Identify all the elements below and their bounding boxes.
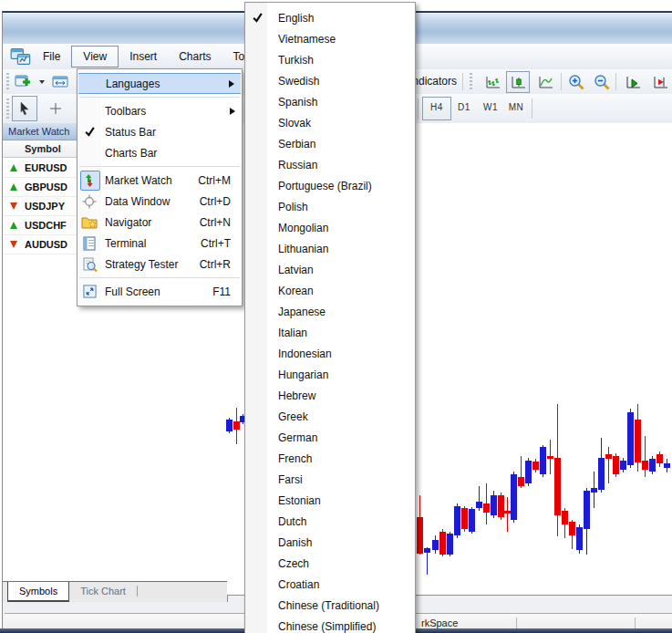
- menu-items: FileViewInsertChartsTools: [32, 46, 270, 67]
- menu-item-label: Languages: [106, 78, 160, 90]
- language-item-korean[interactable]: Korean: [245, 280, 415, 301]
- timeframe-mn[interactable]: MN: [504, 97, 528, 119]
- bars-chart-button[interactable]: [481, 71, 504, 93]
- checkmark-icon: [252, 12, 264, 24]
- language-item-indonesian[interactable]: Indonesian: [245, 343, 415, 364]
- language-item-french[interactable]: French: [245, 448, 415, 469]
- language-item-chinese-simplified[interactable]: Chinese (Simplified): [245, 616, 415, 633]
- menu-item-label: Navigator: [105, 216, 151, 229]
- market-watch-tabs: SymbolsTick Chart: [3, 581, 227, 602]
- language-label: Dutch: [278, 515, 306, 528]
- language-item-farsi[interactable]: Farsi: [245, 469, 415, 490]
- language-item-slovak[interactable]: Slovak: [245, 112, 415, 133]
- menu-item-shortcut: Ctrl+R: [200, 258, 231, 271]
- language-item-turkish[interactable]: Turkish: [245, 49, 415, 70]
- languages-submenu: EnglishVietnameseTurkishSwedishSpanishSl…: [244, 2, 416, 633]
- line-chart-button[interactable]: [533, 71, 557, 93]
- language-item-polish[interactable]: Polish: [245, 196, 415, 217]
- terminal-icon: [80, 234, 98, 253]
- language-item-german[interactable]: German: [245, 427, 415, 448]
- language-label: Farsi: [278, 473, 303, 486]
- new-chart-button[interactable]: [12, 71, 36, 93]
- language-item-english[interactable]: English: [245, 7, 415, 28]
- menu-item-data-window[interactable]: Data WindowCtrl+D: [78, 191, 242, 212]
- zoom-in-button[interactable]: [564, 71, 588, 93]
- arrow-down-icon: [10, 202, 17, 210]
- tab-tick-chart[interactable]: Tick Chart: [69, 582, 137, 602]
- language-label: Turkish: [278, 54, 314, 67]
- language-item-italian[interactable]: Italian: [245, 322, 415, 343]
- language-label: Indonesian: [278, 348, 332, 360]
- language-item-hebrew[interactable]: Hebrew: [245, 385, 415, 406]
- menu-item-navigator[interactable]: NavigatorCtrl+N: [78, 212, 242, 233]
- language-item-swedish[interactable]: Swedish: [245, 70, 415, 91]
- language-item-mongolian[interactable]: Mongolian: [245, 217, 415, 238]
- language-item-lithuanian[interactable]: Lithuanian: [245, 238, 415, 259]
- menu-item-status-bar[interactable]: Status Bar: [78, 121, 242, 142]
- caret-down-icon: [38, 79, 46, 85]
- full-screen-icon: [80, 283, 98, 301]
- timeframe-d1[interactable]: D1: [453, 97, 475, 119]
- language-item-vietnamese[interactable]: Vietnamese: [245, 28, 415, 49]
- toolbar-separator: [615, 73, 616, 90]
- menu-view[interactable]: View: [71, 46, 119, 67]
- menu-item-shortcut: Ctrl+T: [201, 237, 231, 250]
- menu-item-shortcut: Ctrl+D: [200, 195, 231, 208]
- menu-charts[interactable]: Charts: [168, 46, 222, 67]
- menu-item-toolbars[interactable]: Toolbars: [78, 100, 242, 121]
- language-label: English: [278, 12, 314, 25]
- language-label: Lithuanian: [278, 243, 328, 255]
- language-item-latvian[interactable]: Latvian: [245, 259, 415, 280]
- auto-scroll-button[interactable]: [621, 71, 645, 93]
- language-item-estonian[interactable]: Estonian: [245, 490, 415, 511]
- language-item-hungarian[interactable]: Hungarian: [245, 364, 415, 385]
- chart-shift-button[interactable]: [648, 71, 672, 93]
- tile-windows-button[interactable]: [48, 71, 72, 93]
- toolbar-grip[interactable]: [6, 99, 9, 119]
- language-label: Hebrew: [278, 389, 315, 402]
- language-label: Greek: [278, 410, 308, 423]
- language-item-dutch[interactable]: Dutch: [245, 511, 415, 532]
- menu-item-strategy-tester[interactable]: Strategy TesterCtrl+R: [78, 254, 242, 275]
- language-item-spanish[interactable]: Spanish: [245, 91, 415, 112]
- language-item-serbian[interactable]: Serbian: [245, 133, 415, 154]
- menu-item-market-watch[interactable]: Market WatchCtrl+M: [78, 170, 242, 191]
- toolbar-grip[interactable]: [470, 73, 472, 90]
- language-item-greek[interactable]: Greek: [245, 406, 415, 427]
- language-item-czech[interactable]: Czech: [245, 553, 415, 574]
- toolbar-grip[interactable]: [6, 73, 9, 90]
- language-item-japanese[interactable]: Japanese: [245, 301, 415, 322]
- arrow-up-icon: [10, 164, 17, 171]
- language-item-portuguese-brazil[interactable]: Portuguese (Brazil): [245, 175, 415, 196]
- menu-insert[interactable]: Insert: [119, 46, 168, 67]
- tab-symbols[interactable]: Symbols: [7, 582, 69, 602]
- menu-item-charts-bar[interactable]: Charts Bar: [78, 142, 242, 163]
- language-label: Danish: [278, 536, 312, 549]
- language-item-danish[interactable]: Danish: [245, 532, 415, 553]
- crosshair-button[interactable]: [43, 96, 68, 121]
- language-item-croatian[interactable]: Croatian: [245, 574, 415, 595]
- language-label: Italian: [278, 327, 307, 339]
- menu-item-full-screen[interactable]: Full ScreenF11: [78, 281, 242, 302]
- zoom-out-button[interactable]: [590, 71, 614, 93]
- language-label: Slovak: [278, 117, 311, 130]
- language-item-russian[interactable]: Russian: [245, 154, 415, 175]
- language-label: Czech: [278, 557, 309, 570]
- language-label: French: [278, 452, 312, 465]
- menu-file[interactable]: File: [32, 46, 71, 67]
- cursor-icon: [17, 101, 32, 116]
- strategy-tester-icon: [80, 255, 98, 274]
- timeframe-h4[interactable]: H4: [422, 97, 451, 120]
- menu-item-terminal[interactable]: TerminalCtrl+T: [78, 233, 242, 254]
- submenu-arrow-icon: [229, 80, 234, 88]
- candles-chart-button[interactable]: [506, 71, 530, 93]
- menu-item-label: Full Screen: [105, 285, 160, 298]
- timeframe-w1[interactable]: W1: [479, 97, 502, 119]
- caret-down-button[interactable]: [36, 71, 48, 93]
- language-item-chinese-traditional[interactable]: Chinese (Traditional): [245, 595, 415, 616]
- app-logo-icon: [10, 47, 32, 66]
- arrow-down-icon: [10, 241, 17, 248]
- cursor-button[interactable]: [12, 96, 37, 121]
- menu-item-languages[interactable]: Languages: [78, 73, 241, 94]
- menu-item-label: Terminal: [105, 237, 146, 250]
